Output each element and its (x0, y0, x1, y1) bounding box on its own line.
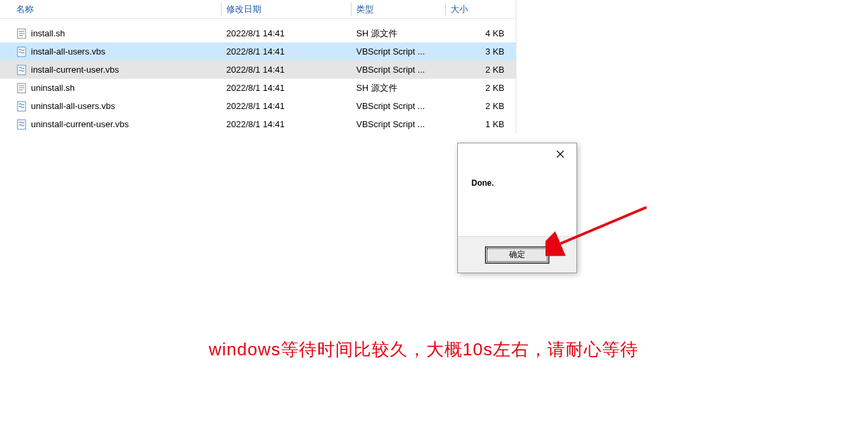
column-header-name[interactable]: 名称 (0, 0, 221, 18)
sh-file-icon (16, 28, 27, 39)
svg-rect-11 (18, 120, 26, 129)
file-name: uninstall-all-users.vbs (31, 101, 115, 111)
dialog-titlebar (458, 143, 576, 166)
file-name-cell: uninstall.sh (0, 83, 221, 94)
file-type: VBScript Script ... (351, 119, 445, 129)
file-row[interactable]: install-current-user.vbs2022/8/1 14:41VB… (0, 61, 516, 79)
file-explorer: 名称 修改日期 类型 大小 install.sh2022/8/1 14:41SH… (0, 0, 516, 133)
file-name: install.sh (31, 28, 65, 38)
vbs-file-icon (16, 119, 27, 130)
file-date: 2022/8/1 14:41 (221, 101, 351, 111)
file-date: 2022/8/1 14:41 (221, 119, 351, 129)
file-date: 2022/8/1 14:41 (221, 46, 351, 57)
file-size: 1 KB (445, 119, 512, 129)
file-date: 2022/8/1 14:41 (221, 83, 351, 93)
file-type: VBScript Script ... (351, 65, 445, 75)
file-row[interactable]: uninstall-all-users.vbs2022/8/1 14:41VBS… (0, 97, 516, 115)
message-dialog: Done. 确定 (457, 143, 577, 273)
file-type: SH 源文件 (351, 82, 445, 94)
file-name-cell: install-current-user.vbs (0, 65, 221, 75)
vbs-file-icon (16, 65, 27, 75)
file-name: install-all-users.vbs (31, 46, 106, 57)
close-button[interactable] (547, 145, 574, 164)
dialog-message: Done. (471, 178, 494, 188)
column-header-row: 名称 修改日期 类型 大小 (0, 0, 516, 19)
svg-rect-2 (19, 33, 24, 34)
file-size: 3 KB (445, 46, 512, 57)
file-name-cell: install.sh (0, 28, 221, 39)
svg-rect-5 (18, 65, 26, 75)
file-name-cell: uninstall-current-user.vbs (0, 119, 221, 130)
ok-button[interactable]: 确定 (485, 246, 549, 264)
file-name: install-current-user.vbs (31, 65, 119, 75)
file-size: 2 KB (445, 65, 512, 75)
file-type: VBScript Script ... (351, 101, 445, 111)
file-list: install.sh2022/8/1 14:41SH 源文件4 KBinstal… (0, 19, 516, 133)
file-name: uninstall.sh (31, 83, 75, 93)
svg-rect-4 (18, 47, 26, 57)
file-row[interactable]: uninstall-current-user.vbs2022/8/1 14:41… (0, 115, 516, 133)
file-name-cell: uninstall-all-users.vbs (0, 101, 221, 112)
file-name-cell: install-all-users.vbs (0, 46, 221, 57)
file-row[interactable]: uninstall.sh2022/8/1 14:41SH 源文件2 KB (0, 79, 516, 97)
file-row[interactable]: install-all-users.vbs2022/8/1 14:41VBScr… (0, 42, 516, 61)
svg-rect-3 (19, 35, 23, 36)
column-header-type[interactable]: 类型 (351, 0, 445, 18)
svg-rect-1 (19, 31, 24, 32)
caption-text: windows等待时间比较久，大概10s左右，请耐心等待 (209, 338, 638, 361)
file-size: 4 KB (445, 28, 512, 38)
svg-rect-7 (19, 85, 24, 86)
svg-rect-10 (18, 102, 26, 111)
file-type: SH 源文件 (351, 28, 445, 40)
svg-rect-8 (19, 87, 24, 88)
vbs-file-icon (16, 46, 27, 57)
file-type: VBScript Script ... (351, 46, 445, 57)
column-header-date[interactable]: 修改日期 (221, 0, 351, 18)
file-date: 2022/8/1 14:41 (221, 65, 351, 75)
file-size: 2 KB (445, 101, 512, 111)
column-header-size[interactable]: 大小 (445, 0, 512, 18)
close-icon (556, 149, 564, 160)
ok-button-label: 确定 (509, 249, 525, 260)
file-name: uninstall-current-user.vbs (31, 119, 129, 129)
file-row[interactable]: install.sh2022/8/1 14:41SH 源文件4 KB (0, 24, 516, 42)
dialog-body: Done. (458, 166, 576, 236)
vbs-file-icon (16, 101, 27, 112)
dialog-footer: 确定 (458, 236, 576, 273)
file-date: 2022/8/1 14:41 (221, 28, 351, 38)
file-size: 2 KB (445, 83, 512, 93)
svg-rect-9 (19, 90, 23, 90)
sh-file-icon (16, 83, 27, 94)
